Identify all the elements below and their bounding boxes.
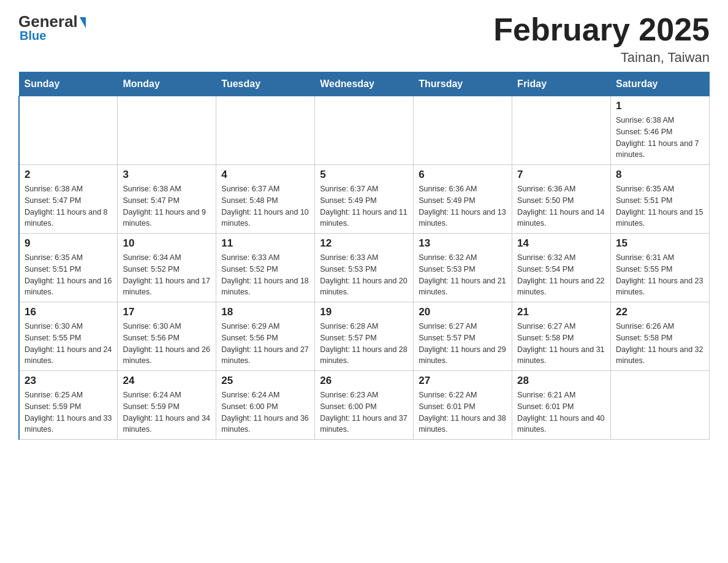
logo-blue-text: Blue [20, 29, 46, 43]
day-info: Sunrise: 6:23 AMSunset: 6:00 PMDaylight:… [320, 389, 408, 435]
calendar-day-cell [512, 96, 611, 165]
day-number: 25 [221, 375, 309, 387]
day-number: 26 [320, 375, 408, 387]
day-number: 3 [123, 169, 211, 181]
day-number: 20 [419, 306, 507, 318]
day-number: 22 [616, 306, 704, 318]
calendar-day-header: Friday [512, 72, 611, 96]
calendar-day-cell: 17Sunrise: 6:30 AMSunset: 5:56 PMDayligh… [118, 302, 216, 371]
calendar-day-cell [611, 371, 710, 440]
calendar-day-cell [315, 96, 414, 165]
calendar-day-cell: 24Sunrise: 6:24 AMSunset: 5:59 PMDayligh… [118, 371, 216, 440]
calendar-week-row: 2Sunrise: 6:38 AMSunset: 5:47 PMDaylight… [19, 165, 710, 234]
calendar-day-cell: 7Sunrise: 6:36 AMSunset: 5:50 PMDaylight… [512, 165, 611, 234]
day-info: Sunrise: 6:22 AMSunset: 6:01 PMDaylight:… [419, 389, 507, 435]
calendar-day-header: Tuesday [216, 72, 315, 96]
day-number: 14 [517, 237, 605, 250]
calendar-day-cell: 18Sunrise: 6:29 AMSunset: 5:56 PMDayligh… [216, 302, 315, 371]
calendar-day-header: Saturday [611, 72, 710, 96]
calendar-day-cell: 23Sunrise: 6:25 AMSunset: 5:59 PMDayligh… [19, 371, 118, 440]
calendar-day-cell: 19Sunrise: 6:28 AMSunset: 5:57 PMDayligh… [315, 302, 414, 371]
day-info: Sunrise: 6:30 AMSunset: 5:55 PMDaylight:… [25, 321, 112, 367]
logo: General Blue [18, 12, 86, 43]
calendar-day-cell: 26Sunrise: 6:23 AMSunset: 6:00 PMDayligh… [315, 371, 414, 440]
calendar-day-cell: 20Sunrise: 6:27 AMSunset: 5:57 PMDayligh… [414, 302, 512, 371]
calendar-day-cell: 14Sunrise: 6:32 AMSunset: 5:54 PMDayligh… [512, 234, 611, 302]
calendar-table: SundayMondayTuesdayWednesdayThursdayFrid… [18, 72, 710, 440]
calendar-day-header: Wednesday [315, 72, 414, 96]
day-info: Sunrise: 6:31 AMSunset: 5:55 PMDaylight:… [616, 252, 704, 298]
calendar-day-cell: 25Sunrise: 6:24 AMSunset: 6:00 PMDayligh… [216, 371, 315, 440]
calendar-day-cell: 8Sunrise: 6:35 AMSunset: 5:51 PMDaylight… [611, 165, 710, 234]
calendar-day-cell: 15Sunrise: 6:31 AMSunset: 5:55 PMDayligh… [611, 234, 710, 302]
day-info: Sunrise: 6:28 AMSunset: 5:57 PMDaylight:… [320, 321, 408, 367]
day-info: Sunrise: 6:35 AMSunset: 5:51 PMDaylight:… [25, 252, 112, 298]
day-info: Sunrise: 6:32 AMSunset: 5:54 PMDaylight:… [517, 252, 605, 298]
calendar-day-cell: 13Sunrise: 6:32 AMSunset: 5:53 PMDayligh… [414, 234, 512, 302]
day-number: 21 [517, 306, 605, 318]
calendar-day-cell: 4Sunrise: 6:37 AMSunset: 5:48 PMDaylight… [216, 165, 315, 234]
day-number: 4 [221, 169, 309, 181]
calendar-day-cell: 16Sunrise: 6:30 AMSunset: 5:55 PMDayligh… [19, 302, 118, 371]
calendar-day-header: Monday [118, 72, 216, 96]
calendar-day-cell: 9Sunrise: 6:35 AMSunset: 5:51 PMDaylight… [19, 234, 118, 302]
day-info: Sunrise: 6:24 AMSunset: 6:00 PMDaylight:… [221, 389, 309, 435]
calendar-day-cell: 1Sunrise: 6:38 AMSunset: 5:46 PMDaylight… [611, 96, 710, 165]
day-info: Sunrise: 6:29 AMSunset: 5:56 PMDaylight:… [221, 321, 309, 367]
day-number: 18 [221, 306, 309, 318]
day-number: 16 [25, 306, 112, 318]
day-info: Sunrise: 6:35 AMSunset: 5:51 PMDaylight:… [616, 183, 704, 229]
calendar-day-cell: 10Sunrise: 6:34 AMSunset: 5:52 PMDayligh… [118, 234, 216, 302]
day-info: Sunrise: 6:24 AMSunset: 5:59 PMDaylight:… [123, 389, 211, 435]
day-info: Sunrise: 6:25 AMSunset: 5:59 PMDaylight:… [25, 389, 112, 435]
day-info: Sunrise: 6:21 AMSunset: 6:01 PMDaylight:… [517, 389, 605, 435]
day-number: 27 [419, 375, 507, 387]
day-info: Sunrise: 6:32 AMSunset: 5:53 PMDaylight:… [419, 252, 507, 298]
calendar-day-cell: 3Sunrise: 6:38 AMSunset: 5:47 PMDaylight… [118, 165, 216, 234]
day-info: Sunrise: 6:38 AMSunset: 5:47 PMDaylight:… [123, 183, 211, 229]
title-block: February 2025 Tainan, Taiwan [493, 12, 710, 66]
day-info: Sunrise: 6:36 AMSunset: 5:49 PMDaylight:… [419, 183, 507, 229]
calendar-day-cell: 22Sunrise: 6:26 AMSunset: 5:58 PMDayligh… [611, 302, 710, 371]
day-info: Sunrise: 6:37 AMSunset: 5:49 PMDaylight:… [320, 183, 408, 229]
day-number: 5 [320, 169, 408, 181]
day-number: 13 [419, 237, 507, 250]
day-number: 17 [123, 306, 211, 318]
day-info: Sunrise: 6:36 AMSunset: 5:50 PMDaylight:… [517, 183, 605, 229]
day-number: 8 [616, 169, 704, 181]
day-number: 23 [25, 375, 112, 387]
day-number: 24 [123, 375, 211, 387]
day-info: Sunrise: 6:33 AMSunset: 5:52 PMDaylight:… [221, 252, 309, 298]
calendar-day-cell [118, 96, 216, 165]
day-number: 1 [616, 100, 704, 112]
main-title: February 2025 [493, 12, 710, 47]
calendar-day-header: Sunday [19, 72, 118, 96]
calendar-day-cell: 2Sunrise: 6:38 AMSunset: 5:47 PMDaylight… [19, 165, 118, 234]
location-subtitle: Tainan, Taiwan [493, 50, 710, 66]
page-header: General Blue February 2025 Tainan, Taiwa… [18, 12, 710, 66]
day-number: 19 [320, 306, 408, 318]
day-number: 12 [320, 237, 408, 250]
day-number: 28 [517, 375, 605, 387]
calendar-day-cell [19, 96, 118, 165]
calendar-week-row: 16Sunrise: 6:30 AMSunset: 5:55 PMDayligh… [19, 302, 710, 371]
day-info: Sunrise: 6:38 AMSunset: 5:46 PMDaylight:… [616, 115, 704, 161]
logo-arrow-icon [80, 17, 86, 28]
day-info: Sunrise: 6:27 AMSunset: 5:58 PMDaylight:… [517, 321, 605, 367]
calendar-header-row: SundayMondayTuesdayWednesdayThursdayFrid… [19, 72, 710, 96]
calendar-week-row: 9Sunrise: 6:35 AMSunset: 5:51 PMDaylight… [19, 234, 710, 302]
day-number: 11 [221, 237, 309, 250]
day-number: 7 [517, 169, 605, 181]
day-number: 15 [616, 237, 704, 250]
day-info: Sunrise: 6:33 AMSunset: 5:53 PMDaylight:… [320, 252, 408, 298]
day-number: 9 [25, 237, 112, 250]
day-info: Sunrise: 6:26 AMSunset: 5:58 PMDaylight:… [616, 321, 704, 367]
day-info: Sunrise: 6:38 AMSunset: 5:47 PMDaylight:… [25, 183, 112, 229]
calendar-day-header: Thursday [414, 72, 512, 96]
calendar-day-cell: 21Sunrise: 6:27 AMSunset: 5:58 PMDayligh… [512, 302, 611, 371]
calendar-week-row: 23Sunrise: 6:25 AMSunset: 5:59 PMDayligh… [19, 371, 710, 440]
calendar-day-cell: 28Sunrise: 6:21 AMSunset: 6:01 PMDayligh… [512, 371, 611, 440]
calendar-day-cell: 6Sunrise: 6:36 AMSunset: 5:49 PMDaylight… [414, 165, 512, 234]
calendar-day-cell: 12Sunrise: 6:33 AMSunset: 5:53 PMDayligh… [315, 234, 414, 302]
day-info: Sunrise: 6:34 AMSunset: 5:52 PMDaylight:… [123, 252, 211, 298]
